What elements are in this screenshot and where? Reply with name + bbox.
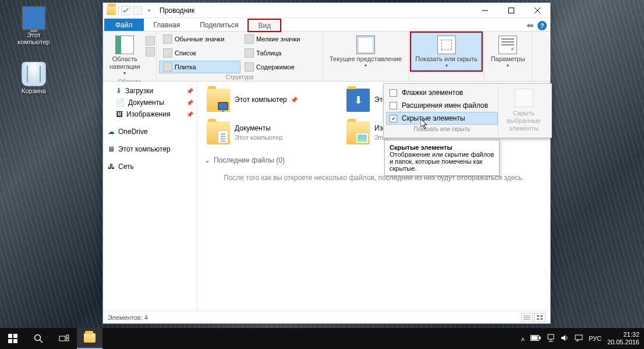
ribbon: Область навигации ▾ Области Обычные знач… [103, 31, 550, 82]
navigation-pane-label: Область навигации [109, 55, 140, 70]
tray-clock[interactable]: 21:32 20.05.2016 [607, 331, 639, 346]
svg-rect-22 [532, 336, 537, 340]
start-button[interactable] [0, 328, 26, 349]
layout-list[interactable]: Список [159, 47, 240, 59]
current-view-label: Текущее представление [330, 55, 402, 63]
hide-selected-label[interactable]: Скрыть выбранные элементы [501, 110, 547, 133]
tab-home[interactable]: Главная [144, 19, 190, 31]
hide-selected-icon [515, 89, 533, 107]
svg-rect-23 [548, 334, 554, 339]
navigation-pane-button[interactable]: Область навигации ▾ [105, 33, 144, 78]
layout-content[interactable]: Содержимое [240, 61, 322, 73]
app-icon [107, 6, 116, 15]
desktop-icon-recycle-bin[interactable]: Корзина [12, 62, 56, 94]
layout-table[interactable]: Таблица [240, 47, 322, 59]
show-hide-button[interactable]: Показать или скрыть ▾ [411, 33, 482, 70]
taskbar-explorer-button[interactable] [77, 328, 102, 349]
dropdown-file-extensions[interactable]: Расширения имен файлов [386, 99, 498, 112]
task-view-button[interactable] [51, 328, 77, 349]
help-icon[interactable]: ? [537, 21, 547, 30]
sidebar-item-network[interactable]: 🖧Сеть [103, 161, 197, 172]
dropdown-item-checkboxes[interactable]: Флажки элементов [386, 86, 498, 99]
preview-pane-icon[interactable] [146, 36, 155, 45]
dropdown-footer: Показать или скрыть [386, 125, 498, 133]
taskbar: ʌ РУС 21:32 20.05.2016 [0, 328, 644, 349]
navigation-pane-icon [115, 36, 134, 54]
sidebar-item-documents[interactable]: 📄Документы📌 [103, 97, 197, 108]
mouse-cursor-icon [420, 119, 429, 129]
tab-view[interactable]: Вид [248, 19, 281, 31]
tray-chevron-icon[interactable]: ʌ [521, 336, 525, 342]
sidebar-item-downloads[interactable]: ⬇Загрузки📌 [103, 85, 197, 97]
svg-rect-27 [575, 335, 582, 340]
chevron-down-icon: ⌄ [204, 156, 210, 164]
medium-icons-icon [163, 34, 172, 44]
tooltip-title: Скрытые элементы [390, 144, 452, 151]
onedrive-icon: ☁ [108, 128, 115, 136]
minimize-button[interactable] [472, 3, 498, 18]
current-view-button[interactable]: Текущее представление ▾ [325, 33, 406, 70]
show-hide-icon [437, 36, 456, 54]
options-icon: ✔ [498, 36, 517, 54]
view-icons-button[interactable] [534, 313, 546, 322]
svg-rect-7 [537, 315, 539, 317]
svg-marker-26 [561, 335, 565, 341]
small-icons-icon [245, 34, 254, 44]
svg-rect-13 [8, 339, 12, 343]
folder-icon [346, 121, 370, 144]
tray-battery-icon[interactable] [530, 335, 541, 342]
maximize-button[interactable] [498, 3, 524, 18]
table-icon [245, 48, 254, 58]
status-item-count: Элементов: 4 [108, 314, 148, 321]
view-details-button[interactable] [521, 313, 533, 322]
list-icon [163, 48, 172, 58]
qat-properties-icon[interactable] [121, 6, 130, 15]
qat-separator [118, 6, 119, 15]
search-button[interactable] [26, 328, 51, 349]
svg-line-16 [40, 340, 43, 343]
sidebar-item-onedrive[interactable]: ☁OneDrive [103, 126, 197, 138]
close-button[interactable] [524, 3, 550, 18]
details-pane-icon[interactable] [146, 47, 155, 57]
tab-file[interactable]: Файл [104, 19, 144, 31]
checkbox-checked-icon: ✔ [390, 115, 397, 122]
folder-icon [207, 89, 230, 112]
titlebar: ▾ Проводник [103, 3, 550, 18]
folder-icon [84, 333, 95, 343]
tab-share[interactable]: Поделиться [190, 19, 248, 31]
desktop-icon-label: Корзина [12, 87, 56, 94]
layout-medium-icons[interactable]: Обычные значки [159, 33, 240, 45]
sidebar-item-this-pc[interactable]: 🖥Этот компьютер [103, 143, 197, 155]
options-button[interactable]: ✔ Параметры ▾ [487, 33, 529, 70]
network-icon: 🖧 [108, 163, 115, 171]
sidebar-item-pictures[interactable]: 🖼Изображения📌 [103, 108, 197, 120]
svg-rect-14 [13, 339, 17, 343]
ribbon-minimize-icon[interactable]: ⬌ [526, 20, 534, 31]
svg-rect-19 [66, 339, 69, 341]
tray-action-center-icon[interactable] [575, 334, 583, 343]
tray-volume-icon[interactable] [561, 334, 569, 343]
current-view-icon [356, 36, 375, 54]
pin-icon: 📌 [186, 100, 193, 106]
tile-documents-folder[interactable]: ДокументыЭтот компьютер [204, 119, 321, 147]
qat-dropdown-icon[interactable]: ▾ [144, 6, 154, 15]
dropdown-hidden-items[interactable]: ✔ Скрытые элементы [386, 112, 498, 125]
layout-small-icons[interactable]: Мелкие значки [240, 33, 322, 45]
tray-network-icon[interactable] [547, 334, 555, 343]
tile-this-pc-folder[interactable]: Этот компьютер📌 [204, 86, 321, 114]
show-hide-label: Показать или скрыть [415, 55, 477, 63]
svg-rect-11 [8, 334, 12, 338]
navigation-sidebar: ⬇Загрузки📌 📄Документы📌 🖼Изображения📌 ☁On… [103, 82, 197, 311]
svg-rect-18 [66, 335, 69, 337]
tray-language[interactable]: РУС [589, 335, 601, 342]
layout-tiles[interactable]: Плитка [159, 61, 240, 73]
svg-rect-1 [508, 8, 514, 13]
desktop-icon-this-pc[interactable]: Этот компьютер [12, 6, 56, 45]
folder-icon [207, 121, 230, 144]
documents-icon: 📄 [116, 98, 125, 107]
recycle-bin-icon [22, 62, 46, 86]
checkbox-empty-icon [390, 102, 397, 110]
tooltip: Скрытые элементы Отображение или скрытие… [384, 140, 500, 176]
group-layout-label: Структура [159, 73, 320, 81]
qat-new-folder-icon[interactable] [133, 6, 142, 15]
